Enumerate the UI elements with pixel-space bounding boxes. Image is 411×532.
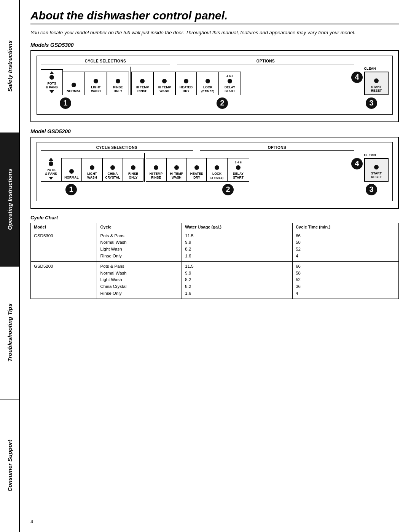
cycle-chart-title: Cycle Chart bbox=[30, 215, 399, 220]
model2-badge3: 3 bbox=[366, 184, 377, 195]
button-dot bbox=[131, 165, 135, 170]
model1-clean-label: CLEAN bbox=[364, 67, 376, 70]
model2-clean-label: CLEAN bbox=[364, 153, 376, 157]
delay-numbers: 4 6 8 bbox=[226, 74, 233, 78]
button-dot bbox=[162, 79, 167, 83]
main-content: About the dishwasher control panel. You … bbox=[20, 0, 411, 532]
cell-model: GSD5200 bbox=[31, 261, 97, 299]
cell-time: 6658524 bbox=[293, 231, 399, 261]
button-dot bbox=[154, 165, 158, 170]
button-dot bbox=[49, 161, 53, 166]
model1-badge-row: 1 2 3 bbox=[41, 95, 389, 109]
model1-badge4: 4 bbox=[351, 72, 363, 83]
col-water: Water Usage (gal.) bbox=[182, 223, 293, 231]
model1-btn-heated-dry[interactable]: HEATEDDRY bbox=[175, 72, 197, 95]
model1-btn-hi-temp-rinse[interactable]: HI TEMPRINSE bbox=[131, 72, 153, 95]
model1-cycle-header: CYCLE SELECTIONS bbox=[41, 59, 170, 64]
model1-btn-delay-start[interactable]: 4 6 8 DELAYSTART bbox=[219, 72, 241, 95]
arrow-up-icon bbox=[49, 71, 54, 74]
intro-text: You can locate your model number on the … bbox=[30, 29, 399, 37]
model1-buttons-row: POTS& PANS NORMAL LIGHTWASH RINSEONLY bbox=[41, 67, 389, 95]
model1-headers: CYCLE SELECTIONS OPTIONS bbox=[41, 59, 389, 64]
cell-water: 11.59.98.28.21.6 bbox=[182, 261, 293, 299]
model2-cycle-header: CYCLE SELECTIONS bbox=[41, 145, 193, 151]
button-dot bbox=[194, 165, 199, 170]
model1-btn-pots-pans[interactable]: POTS& PANS bbox=[41, 69, 63, 95]
button-dot bbox=[110, 165, 115, 170]
cell-time: 665852364 bbox=[293, 261, 399, 299]
model1-badge2: 2 bbox=[217, 97, 228, 109]
sidebar-troubleshooting: Troubleshooting Tips bbox=[0, 267, 19, 400]
model2-badge2: 2 bbox=[222, 184, 234, 195]
table-row: GSD5300Pots & PansNormal WashLight WashR… bbox=[31, 231, 399, 261]
model2-btn-pots-pans[interactable]: POTS& PANS bbox=[41, 156, 61, 181]
model1-btn-hi-temp-wash[interactable]: HI TEMPWASH bbox=[153, 72, 175, 95]
button-dot bbox=[90, 165, 94, 170]
panel-separator bbox=[130, 67, 131, 95]
model2-btn-normal[interactable]: NORMAL bbox=[61, 158, 82, 182]
model2-btn-start-reset[interactable]: STARTRESET bbox=[364, 158, 389, 182]
button-dot bbox=[215, 165, 219, 170]
button-dot bbox=[228, 79, 232, 83]
arrow-up-icon bbox=[49, 158, 53, 161]
delay-numbers: 2 4 8 bbox=[235, 161, 242, 165]
cell-model: GSD5300 bbox=[31, 231, 97, 261]
button-dot bbox=[236, 165, 241, 170]
button-dot bbox=[94, 79, 98, 83]
model2-heading: Model GSD5200 bbox=[30, 128, 399, 134]
page-number: 4 bbox=[30, 513, 399, 524]
model2-btn-hi-temp-wash[interactable]: HI TEMPWASH bbox=[166, 158, 187, 182]
cell-cycle: Pots & PansNormal WashLight WashChina Cr… bbox=[97, 261, 182, 299]
model1-heading: Models GSD5300 bbox=[30, 42, 399, 48]
col-cycle: Cycle bbox=[97, 223, 182, 231]
model2-btn-lock[interactable]: LOCK(2 TIMES) bbox=[207, 158, 227, 182]
model2-badge-row: 1 2 3 bbox=[41, 182, 389, 195]
sidebar-safety-label: Safety Instructions bbox=[6, 40, 13, 92]
page-title: About the dishwasher control panel. bbox=[30, 9, 399, 24]
model1-options-header: OPTIONS bbox=[177, 59, 354, 64]
button-dot bbox=[116, 79, 120, 83]
model2-badge4: 4 bbox=[351, 158, 363, 169]
model1-btn-rinse-only[interactable]: RINSEONLY bbox=[107, 72, 129, 95]
sidebar-consumer-label: Consumer Support bbox=[6, 440, 13, 492]
sidebar-operating-label: Operating Instructions bbox=[6, 169, 13, 230]
model1-badge1: 1 bbox=[60, 97, 71, 109]
cell-cycle: Pots & PansNormal WashLight WashRinse On… bbox=[97, 231, 182, 261]
model2-btn-china-crystal[interactable]: CHINACRYSTAL bbox=[102, 158, 123, 182]
button-dot bbox=[374, 78, 379, 83]
model2-options-header: OPTIONS bbox=[200, 145, 354, 151]
model2-panel-inner: CYCLE SELECTIONS OPTIONS POTS& PANS NORM… bbox=[37, 142, 393, 201]
button-dot bbox=[49, 75, 54, 80]
sidebar-consumer: Consumer Support bbox=[0, 399, 19, 532]
button-dot bbox=[174, 165, 179, 170]
model1-badge3: 3 bbox=[366, 97, 377, 109]
button-dot bbox=[69, 169, 74, 174]
model1-btn-normal[interactable]: NORMAL bbox=[63, 72, 85, 95]
model1-btn-light-wash[interactable]: LIGHTWASH bbox=[85, 72, 107, 95]
model2-panel: CYCLE SELECTIONS OPTIONS POTS& PANS NORM… bbox=[30, 137, 399, 209]
button-dot bbox=[206, 79, 210, 83]
sidebar-troubleshooting-label: Troubleshooting Tips bbox=[6, 304, 13, 362]
model1-btn-lock[interactable]: LOCK(2 TIMES) bbox=[197, 72, 219, 95]
sidebar-safety: Safety Instructions bbox=[0, 0, 19, 133]
model2-badge1: 1 bbox=[65, 184, 77, 195]
panel-separator bbox=[144, 153, 145, 182]
model1-btn-start-reset[interactable]: STARTRESET bbox=[364, 72, 389, 95]
arrow-down-icon bbox=[49, 177, 53, 180]
table-row: GSD5200Pots & PansNormal WashLight WashC… bbox=[31, 261, 399, 299]
model2-btn-heated-dry[interactable]: HEATEDDRY bbox=[187, 158, 207, 182]
sidebar-operating: Operating Instructions bbox=[0, 133, 19, 267]
model2-btn-delay-start[interactable]: 2 4 8 DELAYSTART bbox=[227, 158, 249, 182]
arrow-down-icon bbox=[49, 90, 54, 93]
cycle-chart-table: Model Cycle Water Usage (gal.) Cycle Tim… bbox=[30, 223, 399, 299]
model2-headers: CYCLE SELECTIONS OPTIONS bbox=[41, 145, 389, 151]
button-dot bbox=[140, 79, 145, 83]
model2-btn-light-wash[interactable]: LIGHTWASH bbox=[82, 158, 102, 182]
button-dot bbox=[374, 165, 379, 169]
model2-btn-rinse-only[interactable]: RINSEONLY bbox=[123, 158, 143, 182]
model1-panel: CYCLE SELECTIONS OPTIONS POTS& PANS NORM… bbox=[30, 50, 399, 122]
model2-btn-hi-temp-rinse[interactable]: HI TEMPRINSE bbox=[146, 158, 166, 182]
model2-buttons-row: POTS& PANS NORMAL LIGHTWASH CHINACRYSTAL bbox=[41, 153, 389, 182]
button-dot bbox=[184, 79, 188, 83]
cell-water: 11.59.98.21.6 bbox=[182, 231, 293, 261]
